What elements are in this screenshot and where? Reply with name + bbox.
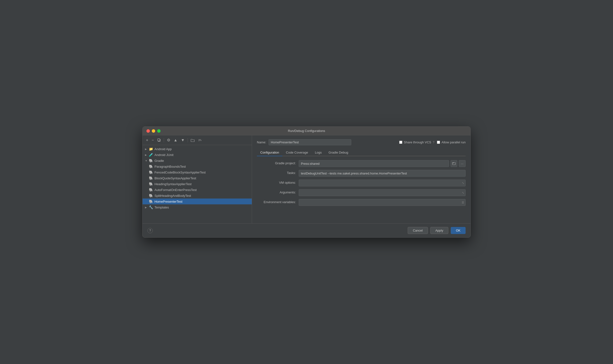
share-vcs-group: Share through VCS ?: [399, 141, 435, 144]
settings-button[interactable]: ⚙: [166, 137, 171, 143]
minimize-button[interactable]: [152, 129, 155, 133]
tree-item-split-heading-test[interactable]: 🐘 SplitHeadingAndBodyTest: [143, 193, 252, 198]
gradle-test-icon: 🐘: [149, 170, 153, 174]
svg-rect-1: [158, 139, 160, 141]
env-variables-input[interactable]: [299, 199, 466, 206]
vm-options-wrapper: ⤡: [299, 180, 466, 186]
parallel-run-group: Allow parallel run: [437, 141, 466, 144]
tabs: Configuration Code Coverage Logs Gradle …: [257, 149, 466, 156]
paragraph-bounds-test-label: ParagraphBoundsTest: [154, 165, 186, 169]
folder-button[interactable]: [190, 138, 196, 143]
tab-gradle-debug[interactable]: Gradle Debug: [325, 149, 352, 156]
env-variables-browse-icon[interactable]: ☰: [462, 201, 464, 204]
dialog-footer: ? Cancel Apply OK: [143, 223, 470, 237]
gradle-test-icon: 🐘: [149, 199, 153, 203]
arrow-icon: ▶: [145, 206, 149, 209]
tasks-row: Tasks:: [257, 170, 466, 177]
tree: ▶ 📁 Android App ▶ 🧪 Android JUnit ▼ 🐘: [143, 145, 252, 211]
parallel-run-label: Allow parallel run: [441, 141, 466, 144]
close-button[interactable]: [147, 129, 150, 133]
sort-button[interactable]: [197, 138, 202, 143]
toolbar-separator: [164, 138, 164, 143]
fenced-code-block-test-label: FencedCodeBlockSyntaxApplierTest: [154, 170, 205, 174]
tab-code-coverage[interactable]: Code Coverage: [282, 149, 311, 156]
tree-item-auto-format-test[interactable]: 🐘 AutoFormatOnEnterPressTest: [143, 187, 252, 193]
cancel-button[interactable]: Cancel: [408, 227, 428, 234]
tree-item-paragraph-bounds-test[interactable]: 🐘 ParagraphBoundsTest: [143, 164, 252, 169]
main-content: + − ⚙ ▲ ▼: [143, 135, 470, 223]
android-junit-icon: 🧪: [149, 153, 153, 157]
arguments-input[interactable]: [299, 189, 466, 196]
name-row: Name: Share through VCS ? Allow parallel…: [257, 139, 466, 145]
tree-item-home-presenter-test[interactable]: 🐘 HomePresenterTest: [143, 198, 252, 204]
run-debug-configurations-dialog: Run/Debug Configurations + − ⚙: [142, 126, 471, 238]
gradle-test-icon: 🐘: [149, 176, 153, 180]
more-icon: ···: [461, 162, 464, 166]
home-presenter-test-label: HomePresenterTest: [154, 200, 182, 203]
tree-item-block-quote-test[interactable]: 🐘 BlockQuoteSyntaxApplierTest: [143, 175, 252, 181]
tab-logs[interactable]: Logs: [311, 149, 325, 156]
left-panel-wrapper: + − ⚙ ▲ ▼: [143, 135, 252, 223]
up-button[interactable]: ▲: [173, 138, 178, 143]
down-button[interactable]: ▼: [180, 138, 186, 143]
ok-button[interactable]: OK: [451, 227, 466, 234]
vm-options-input-wrap: ⤡: [299, 180, 466, 186]
split-heading-test-label: SplitHeadingAndBodyTest: [154, 194, 191, 197]
tasks-label: Tasks:: [257, 170, 296, 175]
auto-format-test-label: AutoFormatOnEnterPressTest: [154, 188, 197, 192]
svg-rect-5: [452, 163, 455, 165]
gradle-project-more-button[interactable]: ···: [459, 160, 466, 167]
configuration-form: Gradle project: ···: [257, 160, 466, 209]
tasks-input[interactable]: [299, 170, 466, 177]
tree-item-android-app[interactable]: ▶ 📁 Android App: [143, 146, 252, 152]
right-panel: Name: Share through VCS ? Allow parallel…: [252, 135, 470, 223]
name-label: Name:: [257, 141, 266, 144]
title-bar: Run/Debug Configurations: [143, 127, 470, 135]
gradle-icon: 🐘: [149, 159, 153, 163]
env-variables-wrapper: ☰: [299, 199, 466, 206]
maximize-button[interactable]: [157, 129, 161, 133]
gradle-project-label: Gradle project:: [257, 160, 296, 165]
env-variables-row: Environment variables: ☰: [257, 199, 466, 206]
tab-configuration[interactable]: Configuration: [257, 149, 282, 156]
vcs-help-icon[interactable]: ?: [433, 141, 435, 144]
gradle-test-icon: 🐘: [149, 188, 153, 192]
arguments-label: Arguments:: [257, 189, 296, 194]
help-button[interactable]: ?: [147, 228, 153, 233]
left-panel: + − ⚙ ▲ ▼: [143, 135, 252, 223]
gradle-project-row: Gradle project: ···: [257, 160, 466, 167]
gradle-project-browse-button[interactable]: [450, 160, 457, 167]
gradle-test-icon: 🐘: [149, 165, 153, 169]
tree-item-android-junit[interactable]: ▶ 🧪 Android JUnit: [143, 152, 252, 158]
android-junit-label: Android JUnit: [154, 153, 173, 157]
share-vcs-checkbox[interactable]: [399, 141, 402, 144]
remove-button[interactable]: −: [150, 138, 155, 143]
block-quote-test-label: BlockQuoteSyntaxApplierTest: [154, 176, 196, 180]
add-button[interactable]: +: [145, 138, 149, 143]
toolbar-separator-2: [188, 138, 188, 143]
vm-options-input[interactable]: [299, 180, 466, 186]
arrow-expand-icon: ▼: [145, 159, 149, 162]
gradle-label: Gradle: [154, 159, 164, 163]
tree-item-templates[interactable]: ▶ 🔧 Templates: [143, 204, 252, 210]
tree-item-fenced-code-block-test[interactable]: 🐘 FencedCodeBlockSyntaxApplierTest: [143, 169, 252, 175]
android-app-label: Android App: [154, 147, 172, 151]
parallel-run-checkbox[interactable]: [437, 141, 440, 144]
name-input[interactable]: [269, 139, 351, 145]
vm-options-row: VM options: ⤡: [257, 180, 466, 186]
gradle-project-input[interactable]: [299, 160, 449, 167]
tree-item-gradle[interactable]: ▼ 🐘 Gradle: [143, 158, 252, 164]
gradle-test-icon: 🐘: [149, 182, 153, 186]
gradle-project-input-wrap: ···: [299, 160, 466, 167]
copy-button[interactable]: [156, 138, 162, 143]
vm-options-expand-icon[interactable]: ⤡: [462, 182, 464, 185]
tree-item-heading-syntax-test[interactable]: 🐘 HeadingSyntaxApplierTest: [143, 181, 252, 187]
tasks-input-wrap: [299, 170, 466, 177]
vm-options-label: VM options:: [257, 180, 296, 184]
toolbar: + − ⚙ ▲ ▼: [143, 135, 252, 145]
arguments-row: Arguments: ⤡: [257, 189, 466, 196]
window-title: Run/Debug Configurations: [288, 129, 325, 133]
apply-button[interactable]: Apply: [430, 227, 449, 234]
arguments-wrapper: ⤡: [299, 189, 466, 196]
arguments-expand-icon[interactable]: ⤡: [462, 191, 464, 195]
